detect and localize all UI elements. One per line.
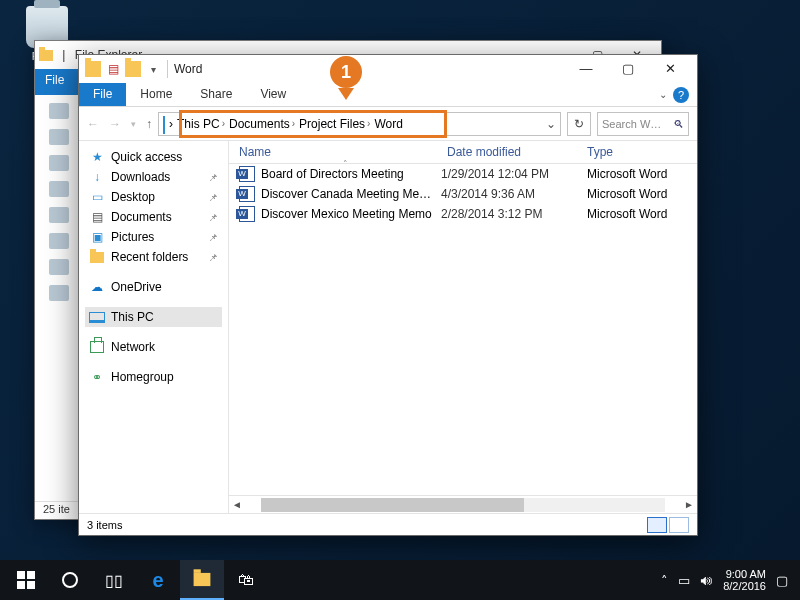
address-bar-row: ← → ▾ ↑ › This PC› Documents› Project Fi… — [79, 107, 697, 141]
tab-file[interactable]: File — [79, 83, 126, 106]
document-icon: ▤ — [89, 210, 105, 224]
svg-rect-3 — [27, 581, 35, 589]
edge-button[interactable]: e — [136, 560, 180, 600]
cortana-button[interactable] — [48, 560, 92, 600]
windows-icon — [17, 571, 35, 589]
nav-onedrive[interactable]: ☁OneDrive — [85, 277, 222, 297]
volume-icon[interactable]: 🔊︎ — [700, 573, 713, 588]
scroll-right-icon[interactable]: ► — [681, 499, 697, 510]
svg-rect-2 — [17, 581, 25, 589]
store-button[interactable]: 🛍︎ — [224, 560, 268, 600]
download-icon: ↓ — [89, 170, 105, 184]
edge-icon: e — [152, 569, 163, 592]
nav-recent[interactable]: Recent folders📌︎ — [85, 247, 222, 267]
col-name[interactable]: Name˄ — [239, 145, 447, 159]
back-button[interactable]: ← — [87, 117, 99, 131]
explorer-button[interactable] — [180, 560, 224, 600]
maximize-button[interactable]: ▢ — [607, 55, 649, 83]
horizontal-scrollbar[interactable]: ◄ ► — [229, 495, 697, 513]
forward-button[interactable]: → — [109, 117, 121, 131]
breadcrumb-seg-3[interactable]: Word — [374, 117, 402, 131]
nav-desktop[interactable]: ▭Desktop📌︎ — [85, 187, 222, 207]
onedrive-icon: ☁ — [89, 280, 105, 294]
col-date[interactable]: Date modified — [447, 145, 587, 159]
pc-icon — [163, 117, 165, 131]
col-type[interactable]: Type — [587, 145, 687, 159]
tray-overflow-icon[interactable]: ˄ — [661, 573, 668, 588]
word-doc-icon — [239, 166, 255, 182]
file-date: 2/28/2014 3:12 PM — [441, 207, 581, 221]
nav-this-pc[interactable]: This PC — [85, 307, 222, 327]
close-button[interactable]: ✕ — [649, 55, 691, 83]
pin-icon: 📌︎ — [208, 252, 218, 263]
svg-rect-1 — [27, 571, 35, 579]
word-doc-icon — [239, 206, 255, 222]
pin-icon: 📌︎ — [208, 192, 218, 203]
qat-dropdown-icon[interactable]: ▾ — [145, 61, 161, 77]
start-button[interactable] — [4, 560, 48, 600]
column-headers: Name˄ Date modified Type — [229, 141, 697, 164]
qat-properties-icon[interactable]: ▤ — [105, 61, 121, 77]
file-date: 4/3/2014 9:36 AM — [441, 187, 581, 201]
details-view-button[interactable] — [647, 517, 667, 533]
pin-icon: 📌︎ — [208, 212, 218, 223]
explorer-window: ▤ ▾ Word — ▢ ✕ File Home Share View ⌄ ? … — [78, 54, 698, 536]
file-type: Microsoft Word — [587, 167, 687, 181]
store-icon: 🛍︎ — [238, 571, 254, 589]
network-icon — [89, 340, 105, 354]
tab-view[interactable]: View — [246, 83, 300, 106]
file-row[interactable]: Discover Canada Meeting Memo 4/3/2014 9:… — [229, 184, 697, 204]
file-name: Discover Canada Meeting Memo — [261, 187, 435, 201]
task-view-button[interactable]: ▯▯ — [92, 560, 136, 600]
scroll-left-icon[interactable]: ◄ — [229, 499, 245, 510]
search-input[interactable]: Search W… 🔍︎ — [597, 112, 689, 136]
homegroup-icon: ⚭ — [89, 370, 105, 384]
chevron-right-icon[interactable]: › — [169, 117, 173, 131]
breadcrumb-seg-1[interactable]: Documents — [229, 117, 290, 131]
icons-view-button[interactable] — [669, 517, 689, 533]
tab-share[interactable]: Share — [186, 83, 246, 106]
desktop-icon: ▭ — [89, 190, 105, 204]
nav-quick-access[interactable]: ★Quick access — [85, 147, 222, 167]
clock-time: 9:00 AM — [723, 568, 766, 580]
star-icon: ★ — [89, 150, 105, 164]
file-row[interactable]: Discover Mexico Meeting Memo 2/28/2014 3… — [229, 204, 697, 224]
address-bar[interactable]: › This PC› Documents› Project Files› Wor… — [158, 112, 561, 136]
file-date: 1/29/2014 12:04 PM — [441, 167, 581, 181]
item-count: 3 items — [87, 519, 122, 531]
tab-home[interactable]: Home — [126, 83, 186, 106]
action-center-icon[interactable]: ▢ — [776, 573, 788, 588]
refresh-button[interactable]: ↻ — [567, 112, 591, 136]
address-dropdown-icon[interactable]: ⌄ — [546, 117, 556, 131]
svg-rect-0 — [17, 571, 25, 579]
file-list-pane: Name˄ Date modified Type Board of Direct… — [229, 141, 697, 513]
annotation-callout-1: 1 — [326, 56, 366, 100]
taskbar: ▯▯ e 🛍︎ ˄ ▭ 🔊︎ 9:00 AM 8/2/2016 ▢ — [0, 560, 800, 600]
file-type: Microsoft Word — [587, 207, 687, 221]
battery-icon[interactable]: ▭ — [678, 573, 690, 588]
nav-homegroup[interactable]: ⚭Homegroup — [85, 367, 222, 387]
status-bar: 3 items — [79, 513, 697, 535]
file-row[interactable]: Board of Directors Meeting 1/29/2014 12:… — [229, 164, 697, 184]
clock-date: 8/2/2016 — [723, 580, 766, 592]
minimize-button[interactable]: — — [565, 55, 607, 83]
explorer-icon — [194, 572, 211, 585]
picture-icon: ▣ — [89, 230, 105, 244]
folder-icon — [85, 61, 101, 77]
ribbon-expand-icon[interactable]: ⌄ — [659, 89, 667, 100]
up-button[interactable]: ↑ — [146, 117, 152, 131]
breadcrumb-seg-2[interactable]: Project Files — [299, 117, 365, 131]
nav-pictures[interactable]: ▣Pictures📌︎ — [85, 227, 222, 247]
recent-dropdown-icon[interactable]: ▾ — [131, 119, 136, 129]
nav-downloads[interactable]: ↓Downloads📌︎ — [85, 167, 222, 187]
file-name: Discover Mexico Meeting Memo — [261, 207, 435, 221]
title-bar[interactable]: ▤ ▾ Word — ▢ ✕ — [79, 55, 697, 83]
qat-newfolder-icon[interactable] — [125, 61, 141, 77]
nav-network[interactable]: Network — [85, 337, 222, 357]
breadcrumb-seg-0[interactable]: This PC — [177, 117, 220, 131]
help-icon[interactable]: ? — [673, 87, 689, 103]
navigation-pane: ★Quick access ↓Downloads📌︎ ▭Desktop📌︎ ▤D… — [79, 141, 229, 513]
pc-icon — [89, 310, 105, 324]
nav-documents[interactable]: ▤Documents📌︎ — [85, 207, 222, 227]
clock[interactable]: 9:00 AM 8/2/2016 — [723, 568, 766, 592]
